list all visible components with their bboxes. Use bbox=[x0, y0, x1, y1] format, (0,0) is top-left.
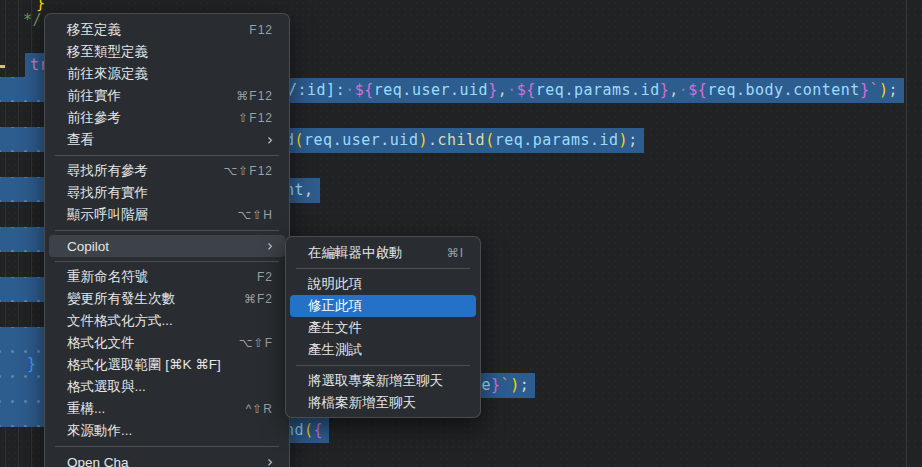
code-token: } bbox=[488, 81, 498, 99]
code-token: { bbox=[314, 421, 324, 439]
menu-item-label: 格式化文件 bbox=[67, 334, 135, 352]
selection-highlight bbox=[0, 327, 45, 427]
menu-item-label: 尋找所有參考 bbox=[67, 162, 148, 180]
keyboard-shortcut: ^⇧R bbox=[246, 402, 273, 416]
menu-item-label: Open Cha bbox=[67, 455, 129, 467]
menu-item-label: 查看 bbox=[67, 131, 94, 149]
menu-item-go-to-definition[interactable]: 移至定義F12 bbox=[49, 19, 285, 41]
menu-item-label: 前往來源定義 bbox=[67, 65, 148, 83]
menu-item-copilot[interactable]: Copilot› bbox=[49, 235, 285, 257]
keyboard-shortcut: ⌘F2 bbox=[244, 292, 273, 306]
menu-item-go-to-source-definition[interactable]: 前往來源定義 bbox=[49, 63, 285, 85]
code-token: · bbox=[345, 81, 355, 99]
menu-separator bbox=[55, 230, 279, 231]
code-line: /:id]:·${req.user.uid},·${req.params.id}… bbox=[283, 78, 904, 103]
menu-item-label: 變更所有發生次數 bbox=[67, 290, 175, 308]
menu-item-format-document-with[interactable]: 文件格式化方式... bbox=[49, 310, 285, 332]
editor-ruler bbox=[906, 0, 907, 467]
menu-item-label: 重構... bbox=[67, 400, 105, 418]
menu-item-clipped-bottom-item[interactable]: Open Cha› bbox=[49, 451, 285, 467]
copilot-item-generate-tests[interactable]: 產生測試 bbox=[290, 339, 476, 361]
code-token: req.body.content bbox=[707, 81, 860, 99]
code-token: ( bbox=[295, 131, 305, 149]
menu-item-label: 將選取專案新增至聊天 bbox=[308, 372, 443, 390]
selection-highlight bbox=[0, 127, 45, 152]
menu-item-label: 文件格式化方式... bbox=[67, 312, 173, 330]
menu-item-label: 顯示呼叫階層 bbox=[67, 206, 148, 224]
menu-item-change-all-occurrences[interactable]: 變更所有發生次數⌘F2 bbox=[49, 288, 285, 310]
code-token: , bbox=[669, 81, 679, 99]
code-token: ; bbox=[628, 131, 638, 149]
code-token: ( bbox=[485, 131, 495, 149]
code-line: d(req.user.uid).child(req.params.id); bbox=[280, 128, 644, 153]
menu-item-go-to-implementations[interactable]: 前往實作⌘F12 bbox=[49, 85, 285, 107]
copilot-item-explain-this[interactable]: 說明此項 bbox=[290, 273, 476, 295]
keyboard-shortcut: ⌘I bbox=[447, 246, 464, 260]
menu-item-format-document[interactable]: 格式化文件⌥⇧F bbox=[49, 332, 285, 354]
selection-highlight bbox=[0, 177, 45, 202]
copilot-item-generate-docs[interactable]: 產生文件 bbox=[290, 317, 476, 339]
copilot-submenu: 在編輯器中啟動⌘I說明此項修正此項產生文件產生測試將選取專案新增至聊天將檔案新增… bbox=[285, 236, 481, 418]
code-token: ; bbox=[888, 81, 898, 99]
copilot-item-add-selection-to-chat[interactable]: 將選取專案新增至聊天 bbox=[290, 370, 476, 392]
code-token: , bbox=[304, 181, 314, 199]
menu-item-label: 格式化選取範圍 [⌘K ⌘F] bbox=[67, 356, 221, 374]
menu-item-label: 移至定義 bbox=[67, 21, 121, 39]
copilot-item-fix-this[interactable]: 修正此項 bbox=[290, 295, 476, 317]
menu-item-peek[interactable]: 查看› bbox=[49, 129, 285, 151]
menu-item-label: 修正此項 bbox=[308, 297, 362, 315]
code-token: ) bbox=[418, 131, 428, 149]
code-token: ; bbox=[520, 376, 530, 394]
code-token: ${ bbox=[517, 81, 536, 99]
copilot-item-start-in-editor[interactable]: 在編輯器中啟動⌘I bbox=[290, 242, 476, 264]
menu-item-format-selection[interactable]: 格式化選取範圍 [⌘K ⌘F] bbox=[49, 354, 285, 376]
menu-item-go-to-references[interactable]: 前往參考⇧F12 bbox=[49, 107, 285, 129]
vscode-editor-screen: }*/try/:id]:·${req.user.uid},·${req.para… bbox=[0, 0, 922, 467]
submenu-arrow-icon: › bbox=[267, 239, 273, 254]
code-token: } bbox=[27, 355, 37, 373]
code-token: ` bbox=[501, 376, 511, 394]
menu-item-format-selection-with[interactable]: 格式選取與... bbox=[49, 376, 285, 398]
submenu-arrow-icon: › bbox=[267, 455, 273, 467]
code-token: } bbox=[491, 376, 501, 394]
menu-separator bbox=[55, 261, 279, 262]
menu-separator bbox=[55, 446, 279, 447]
selection-highlight bbox=[0, 227, 45, 252]
keyboard-shortcut: F12 bbox=[249, 23, 273, 37]
keyboard-shortcut: ⌥⇧F bbox=[239, 336, 273, 350]
menu-item-label: Copilot bbox=[67, 239, 109, 254]
code-token: /:id]: bbox=[288, 81, 345, 99]
code-token: ${ bbox=[355, 81, 374, 99]
menu-separator bbox=[55, 155, 279, 156]
submenu-arrow-icon: › bbox=[267, 133, 273, 148]
code-token: · bbox=[507, 81, 517, 99]
menu-separator bbox=[296, 268, 470, 269]
menu-item-label: 產生測試 bbox=[308, 341, 362, 359]
keyboard-shortcut: ⇧F12 bbox=[238, 111, 273, 125]
code-token: } bbox=[860, 81, 870, 99]
menu-item-find-all-implementations[interactable]: 尋找所有實作 bbox=[49, 182, 285, 204]
menu-item-rename-symbol[interactable]: 重新命名符號F2 bbox=[49, 266, 285, 288]
menu-item-show-call-hierarchy[interactable]: 顯示呼叫階層⌥⇧H bbox=[49, 204, 285, 226]
code-line: */ bbox=[23, 8, 42, 33]
code-line: } bbox=[27, 352, 37, 377]
code-token: req.user.uid bbox=[304, 131, 418, 149]
keyboard-shortcut: F2 bbox=[257, 270, 273, 284]
editor-context-menu: 移至定義F12移至類型定義前往來源定義前往實作⌘F12前往參考⇧F12查看›尋找… bbox=[44, 13, 290, 467]
code-token: ` bbox=[869, 81, 879, 99]
menu-item-go-to-type-definition[interactable]: 移至類型定義 bbox=[49, 41, 285, 63]
menu-item-label: 在編輯器中啟動 bbox=[308, 244, 403, 262]
menu-item-label: 前往實作 bbox=[67, 87, 121, 105]
menu-item-source-action[interactable]: 來源動作... bbox=[49, 420, 285, 442]
code-token: */ bbox=[23, 11, 42, 29]
copilot-item-add-file-to-chat[interactable]: 將檔案新增至聊天 bbox=[290, 392, 476, 414]
menu-item-label: 前往參考 bbox=[67, 109, 121, 127]
menu-item-label: 產生文件 bbox=[308, 319, 362, 337]
code-token: · bbox=[679, 81, 689, 99]
selection-highlight bbox=[0, 77, 45, 102]
code-token: ) bbox=[619, 131, 629, 149]
menu-item-label: 移至類型定義 bbox=[67, 43, 148, 61]
menu-item-find-all-references[interactable]: 尋找所有參考⌥⇧F12 bbox=[49, 160, 285, 182]
menu-item-refactor[interactable]: 重構...^⇧R bbox=[49, 398, 285, 420]
keyboard-shortcut: ⌥⇧F12 bbox=[223, 164, 273, 178]
